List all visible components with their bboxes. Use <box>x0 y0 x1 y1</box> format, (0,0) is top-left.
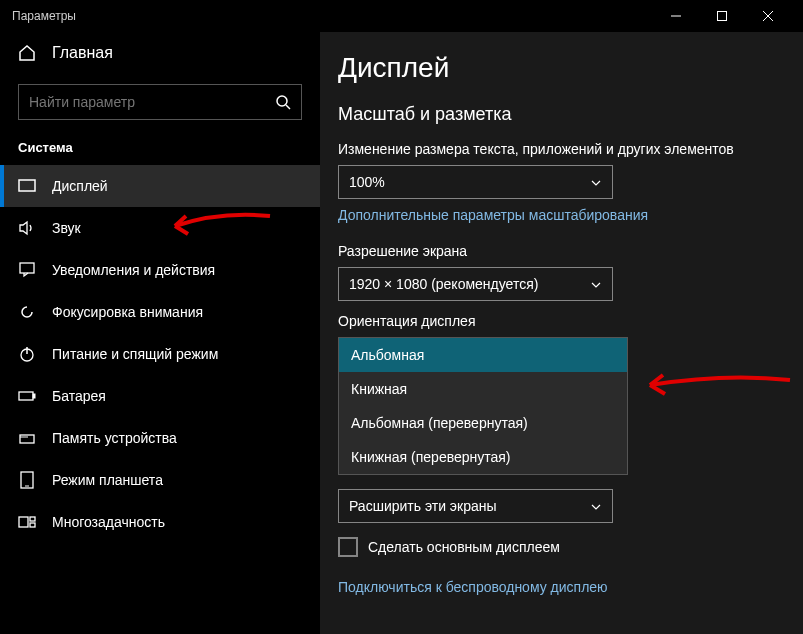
svg-rect-17 <box>30 517 35 521</box>
home-label: Главная <box>52 44 113 62</box>
window-title: Параметры <box>12 9 653 23</box>
sidebar-item-label: Фокусировка внимания <box>52 304 203 320</box>
sidebar-item-label: Многозадачность <box>52 514 165 530</box>
minimize-button[interactable] <box>653 0 699 32</box>
home-icon <box>18 44 36 62</box>
primary-display-label: Сделать основным дисплеем <box>368 539 560 555</box>
svg-rect-11 <box>33 394 35 398</box>
scale-value: 100% <box>349 174 590 190</box>
search-box[interactable] <box>18 84 302 120</box>
svg-rect-16 <box>19 517 28 527</box>
svg-rect-12 <box>20 435 34 443</box>
sidebar: Главная Система Дисплей Звук Уведомления… <box>0 32 320 634</box>
svg-rect-1 <box>718 12 727 21</box>
section-header: Система <box>0 140 320 165</box>
svg-rect-18 <box>30 523 35 527</box>
search-input[interactable] <box>29 94 275 110</box>
sidebar-item-label: Батарея <box>52 388 106 404</box>
focus-icon <box>18 303 36 321</box>
sidebar-item-label: Питание и спящий режим <box>52 346 218 362</box>
orientation-option[interactable]: Книжная (перевернутая) <box>339 440 627 474</box>
sidebar-item-power[interactable]: Питание и спящий режим <box>0 333 320 375</box>
section-title: Масштаб и разметка <box>338 104 785 125</box>
sidebar-item-label: Дисплей <box>52 178 108 194</box>
page-title: Дисплей <box>338 52 785 84</box>
power-icon <box>18 345 36 363</box>
main-panel: Дисплей Масштаб и разметка Изменение раз… <box>320 32 803 634</box>
svg-rect-10 <box>19 392 33 400</box>
sidebar-item-tablet[interactable]: Режим планшета <box>0 459 320 501</box>
storage-icon <box>18 429 36 447</box>
sidebar-item-focus[interactable]: Фокусировка внимания <box>0 291 320 333</box>
advanced-scale-link[interactable]: Дополнительные параметры масштабирования <box>338 207 785 223</box>
tablet-icon <box>18 471 36 489</box>
multi-display-value: Расширить эти экраны <box>349 498 590 514</box>
home-button[interactable]: Главная <box>0 32 320 74</box>
sidebar-item-battery[interactable]: Батарея <box>0 375 320 417</box>
close-button[interactable] <box>745 0 791 32</box>
svg-rect-7 <box>20 263 34 273</box>
resolution-select[interactable]: 1920 × 1080 (рекомендуется) <box>338 267 613 301</box>
notifications-icon <box>18 261 36 279</box>
sidebar-item-label: Звук <box>52 220 81 236</box>
svg-line-5 <box>286 105 290 109</box>
orientation-option[interactable]: Книжная <box>339 372 627 406</box>
primary-display-row[interactable]: Сделать основным дисплеем <box>338 537 785 557</box>
multitasking-icon <box>18 513 36 531</box>
svg-rect-6 <box>19 180 35 191</box>
chevron-down-icon <box>590 176 602 188</box>
sidebar-item-notifications[interactable]: Уведомления и действия <box>0 249 320 291</box>
sidebar-item-label: Уведомления и действия <box>52 262 215 278</box>
maximize-button[interactable] <box>699 0 745 32</box>
orientation-dropdown[interactable]: Альбомная Книжная Альбомная (перевернута… <box>338 337 628 475</box>
chevron-down-icon <box>590 278 602 290</box>
search-icon <box>275 94 291 110</box>
orientation-label: Ориентация дисплея <box>338 313 785 329</box>
resolution-value: 1920 × 1080 (рекомендуется) <box>349 276 590 292</box>
sound-icon <box>18 219 36 237</box>
scale-select[interactable]: 100% <box>338 165 613 199</box>
multi-display-select[interactable]: Расширить эти экраны <box>338 489 613 523</box>
checkbox-icon[interactable] <box>338 537 358 557</box>
sidebar-item-display[interactable]: Дисплей <box>0 165 320 207</box>
orientation-option[interactable]: Альбомная (перевернутая) <box>339 406 627 440</box>
sidebar-item-label: Режим планшета <box>52 472 163 488</box>
sidebar-item-sound[interactable]: Звук <box>0 207 320 249</box>
scale-label: Изменение размера текста, приложений и д… <box>338 141 785 157</box>
wireless-display-link[interactable]: Подключиться к беспроводному дисплею <box>338 579 785 595</box>
battery-icon <box>18 387 36 405</box>
svg-point-4 <box>277 96 287 106</box>
titlebar: Параметры <box>0 0 803 32</box>
sidebar-item-label: Память устройства <box>52 430 177 446</box>
resolution-label: Разрешение экрана <box>338 243 785 259</box>
sidebar-item-storage[interactable]: Память устройства <box>0 417 320 459</box>
sidebar-item-multitasking[interactable]: Многозадачность <box>0 501 320 543</box>
chevron-down-icon <box>590 500 602 512</box>
orientation-option[interactable]: Альбомная <box>339 338 627 372</box>
display-icon <box>18 177 36 195</box>
